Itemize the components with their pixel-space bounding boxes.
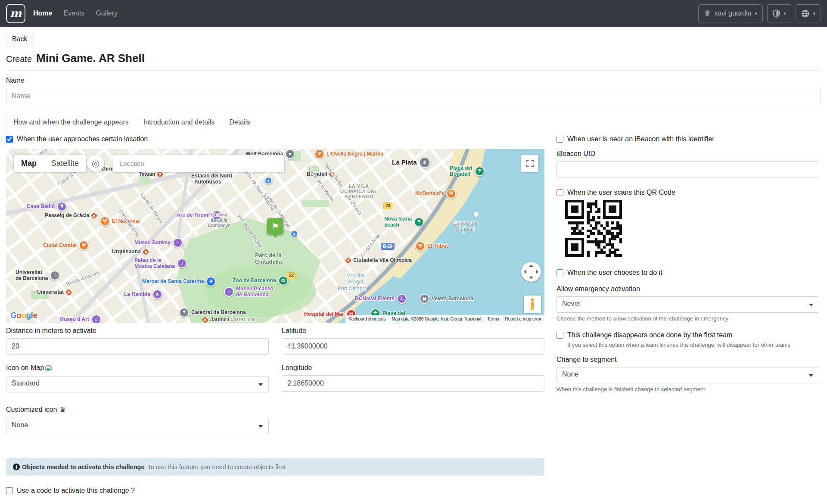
ibeacon-checkbox[interactable]	[557, 136, 563, 143]
pan-down-icon	[529, 277, 533, 279]
poi-icon: ✝	[179, 308, 189, 317]
map-type-controls: Map Satellite	[14, 155, 86, 172]
tab-2[interactable]: Details	[222, 114, 258, 131]
chooses-checkbox[interactable]	[557, 269, 563, 276]
page-title: Create Mini Game. AR Shell	[6, 52, 821, 65]
icon-on-map-select[interactable]: Standard	[6, 376, 269, 392]
back-button[interactable]: Back	[6, 32, 34, 47]
poi-icon: Ψ	[446, 189, 456, 199]
poi-icon: Ψ	[415, 241, 425, 251]
user-name: xavi guardia	[714, 9, 751, 17]
divider	[6, 70, 821, 71]
google-logo[interactable]: Google	[10, 311, 37, 320]
map-label: 23	[383, 202, 392, 209]
buoy-dot	[474, 212, 479, 217]
longitude-label: Longitude	[282, 364, 544, 372]
pan-control[interactable]	[521, 262, 541, 282]
map-attribution-item[interactable]: Keyboard shortcuts	[345, 315, 389, 323]
map-label: ✝Catedral de Barcelona	[179, 308, 246, 317]
nav-link-events[interactable]: Events	[63, 9, 84, 17]
emergency-helper: Choose the method to allow activation of…	[557, 315, 819, 322]
poi-icon: Ψ	[79, 240, 89, 250]
map-attribution-item: Map data ©2026 Google, Inst. Geogr. Naci…	[389, 315, 484, 323]
navigation-arrow-marker: ▲	[264, 177, 272, 184]
latitude-label: Latitude	[282, 327, 544, 335]
name-input[interactable]	[6, 88, 821, 104]
latitude-input[interactable]	[282, 338, 544, 355]
ibeacon-uid-input[interactable]	[557, 161, 819, 177]
qr-checkbox-row[interactable]: When the user scans this QR Code	[557, 189, 819, 196]
map-label: BCNaval Events⚓	[355, 294, 407, 304]
map-attribution-item[interactable]: Report a map error	[502, 315, 544, 323]
objects-alert-text: To use this feature you need to create o…	[147, 464, 285, 470]
nav-link-gallery[interactable]: Gallery	[96, 9, 118, 17]
map-label: Moll del Gregal	[346, 273, 364, 285]
locate-button[interactable]: ◎	[87, 155, 104, 172]
tab-1[interactable]: Introduction and details	[136, 114, 222, 131]
disappears-checkbox[interactable]	[557, 332, 563, 339]
app-logo[interactable]: m	[6, 4, 25, 23]
map-type-map-button[interactable]: Map	[14, 155, 44, 172]
disappears-checkbox-label: This challenge disappears once done by t…	[567, 331, 732, 339]
poi-icon: ⌂	[50, 271, 60, 280]
map-location-search-input[interactable]	[113, 155, 284, 172]
poi-icon: ●	[285, 149, 295, 159]
map-label: Zoo de Barcelona✿	[233, 276, 288, 286]
tabs: How and when the challenge appearsIntrod…	[6, 114, 821, 131]
objects-alert: i Objects needed to activate this challe…	[6, 458, 544, 476]
map-label: Passeig de Lluís Companys	[208, 212, 230, 228]
use-code-checkbox[interactable]	[6, 487, 13, 494]
emergency-select[interactable]: Never	[557, 296, 819, 313]
map-label: Urquinaona	[112, 249, 149, 255]
pan-right-icon	[536, 270, 538, 274]
language-menu-button[interactable]: ▾	[796, 4, 821, 22]
poi-icon: ◉	[420, 294, 429, 304]
chevron-down-icon: ▾	[813, 11, 815, 16]
navigation-arrow-marker: ▲	[290, 230, 298, 238]
qr-checkbox-label: When the user scans this QR Code	[567, 189, 675, 196]
map-canvas[interactable]: Wolf Barcelona●ΨL'Ovella Negra | MarinaL…	[6, 149, 544, 323]
pan-up-icon	[529, 264, 533, 267]
poi-icon: Ψ	[314, 149, 324, 159]
chevron-down-icon: ▾	[755, 11, 757, 16]
pan-left-icon	[524, 270, 526, 274]
customized-icon-select[interactable]: None	[6, 418, 269, 434]
shield-menu-button[interactable]: ▾	[767, 4, 792, 22]
poi-icon: ⌂	[91, 314, 101, 323]
disappears-checkbox-row[interactable]: This challenge disappears once done by t…	[557, 331, 819, 339]
longitude-input[interactable]	[282, 375, 544, 392]
metro-icon	[142, 248, 149, 256]
map-label: Casa Batlló♜	[27, 202, 67, 212]
approach-location-checkbox[interactable]	[6, 136, 13, 143]
poi-icon: ☂	[475, 166, 485, 176]
right-column: When user is near an iBeacon with this i…	[557, 135, 819, 504]
map-label: Parc de la Ciutadella	[255, 252, 282, 265]
fullscreen-button[interactable]	[521, 155, 538, 172]
nav-link-home[interactable]: Home	[33, 9, 52, 17]
tab-0[interactable]: How and when the challenge appears	[6, 114, 136, 131]
challenge-location-marker[interactable]: ⚑	[267, 218, 283, 234]
map-label: 22	[287, 272, 296, 279]
poi-icon: ☂	[414, 217, 424, 227]
qr-checkbox[interactable]	[557, 189, 563, 196]
customized-icon-label: Customized icon♛	[6, 405, 269, 414]
icon-on-map-value: Standard	[12, 380, 40, 387]
map-label: Palau de la Música Catalana♪	[134, 258, 187, 270]
info-icon: i	[13, 464, 20, 470]
approach-location-checkbox-row[interactable]: When the user approaches certain locatio…	[6, 135, 544, 143]
map-label: Mercat de Santa Caterina❖	[142, 277, 216, 286]
ibeacon-checkbox-row[interactable]: When user is near an iBeacon with this i…	[557, 135, 819, 143]
map-label: ⌂Museu Picasso de Barcelona	[224, 286, 274, 298]
disappears-helper: If you select this option when a team fi…	[567, 342, 819, 348]
user-menu-button[interactable]: ♛ xavi guardia ▾	[698, 4, 763, 22]
map-attribution-item[interactable]: Terms	[484, 315, 502, 323]
pegman-button[interactable]	[524, 296, 541, 313]
chevron-down-icon: ▾	[783, 11, 786, 16]
map-type-satellite-button[interactable]: Satellite	[44, 155, 86, 172]
distance-input[interactable]	[6, 338, 269, 355]
chooses-checkbox-row[interactable]: When the user chooses to do it	[557, 269, 819, 277]
use-code-checkbox-row[interactable]: Use a code to activate this challenge ?	[6, 487, 544, 495]
segment-helper: When this challenge is finished change t…	[557, 386, 819, 392]
fullscreen-icon	[526, 160, 534, 167]
segment-select[interactable]: None	[557, 367, 819, 383]
